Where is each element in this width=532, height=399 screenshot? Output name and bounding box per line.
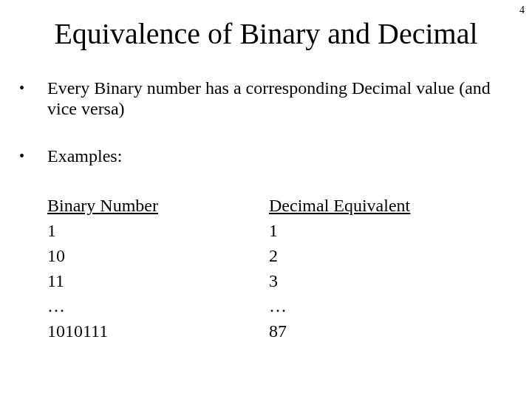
page-title: Equivalence of Binary and Decimal bbox=[0, 16, 532, 51]
table-cell: 11 bbox=[47, 268, 269, 293]
binary-column-header: Binary Number bbox=[47, 193, 269, 218]
content-area: • Every Binary number has a correspondin… bbox=[0, 78, 532, 344]
binary-column: Binary Number 1 10 11 … 1010111 bbox=[47, 193, 269, 344]
table-cell: … bbox=[47, 293, 269, 318]
bullet-item-2: • Examples: bbox=[19, 146, 513, 166]
bullet-text-2: Examples: bbox=[47, 146, 513, 166]
bullet-item-1: • Every Binary number has a correspondin… bbox=[19, 78, 513, 119]
table-cell: 2 bbox=[269, 243, 491, 268]
bullet-marker: • bbox=[19, 146, 47, 166]
bullet-text-1: Every Binary number has a corresponding … bbox=[47, 78, 513, 119]
table-cell: … bbox=[269, 293, 491, 318]
table-cell: 1010111 bbox=[47, 318, 269, 344]
page-number: 4 bbox=[519, 4, 525, 16]
bullet-marker: • bbox=[19, 78, 47, 98]
table-cell: 3 bbox=[269, 268, 491, 293]
table-cell: 1 bbox=[47, 218, 269, 243]
table-cell: 87 bbox=[269, 318, 491, 344]
table-cell: 10 bbox=[47, 243, 269, 268]
decimal-column: Decimal Equivalent 1 2 3 … 87 bbox=[269, 193, 491, 344]
table-cell: 1 bbox=[269, 218, 491, 243]
examples-table: Binary Number 1 10 11 … 1010111 Decimal … bbox=[47, 193, 513, 344]
decimal-column-header: Decimal Equivalent bbox=[269, 193, 491, 218]
